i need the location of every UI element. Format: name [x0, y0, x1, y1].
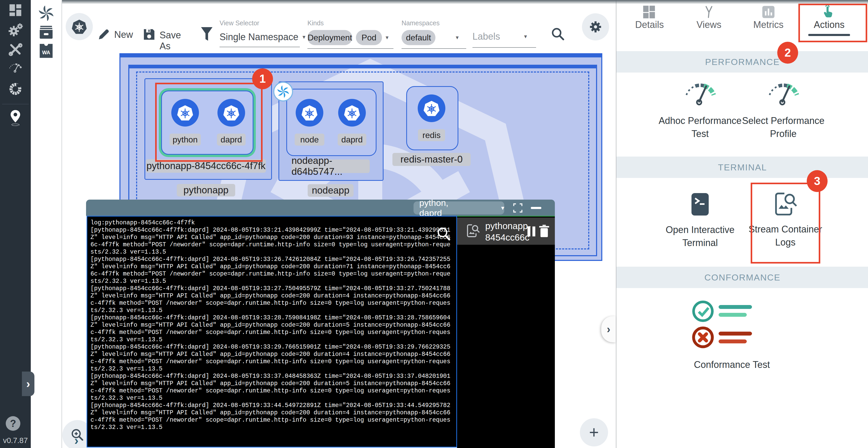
conformance-test-action[interactable]: Conformance Test	[691, 299, 775, 371]
deployment-label-nodeapp: nodeapp	[308, 184, 353, 197]
help-button[interactable]: ?	[6, 416, 20, 431]
new-button-label: New	[114, 29, 133, 40]
stream-item-name-line2: 8454cc66c	[485, 232, 529, 243]
container-logs-icon	[465, 223, 480, 238]
log-line: [pythonapp-8454cc66c-4f7fk:daprd] 2024-0…	[91, 285, 454, 314]
annotation-badge-3: 3	[807, 170, 828, 192]
terminal-section-header: TERMINAL	[616, 156, 868, 178]
namespaces-filter-control[interactable]: Namespaces default ▾	[402, 19, 466, 49]
kinds-filter-control[interactable]: Kinds Deployment Pod ▾	[307, 19, 394, 49]
chevron-down-icon: ▾	[524, 33, 527, 40]
gauge-icon	[757, 76, 828, 108]
adhoc-performance-test-action[interactable]: Adhoc Performance Test	[674, 76, 744, 140]
container-daprd2-k8s-icon[interactable]	[338, 99, 366, 126]
annotation-badge-2: 2	[777, 42, 798, 64]
container-label-daprd2: daprd	[338, 133, 366, 146]
location-pin-icon[interactable]	[5, 108, 26, 128]
save-as-label: Save As	[160, 30, 181, 52]
search-icon[interactable]	[550, 26, 566, 43]
extbar-collapse-button[interactable]: ›	[67, 431, 86, 448]
archive-inbox-icon[interactable]	[36, 24, 56, 40]
namespace-boundary-bar	[129, 66, 596, 68]
tab-metrics[interactable]: Metrics	[753, 5, 784, 30]
gauge-icon	[674, 76, 744, 108]
namespaces-underline	[402, 48, 466, 49]
container-label-redis: redis	[418, 129, 445, 141]
tab-views[interactable]: Views	[693, 5, 724, 30]
floppy-save-icon	[143, 28, 155, 41]
view-selector-label: View Selector	[220, 19, 305, 27]
namespaces-label: Namespaces	[402, 19, 466, 27]
sidebar-expand-button[interactable]: ›	[22, 371, 34, 396]
annotation-badge-1: 1	[252, 68, 273, 89]
kinds-label: Kinds	[307, 19, 394, 27]
stream-list-item[interactable]: pythonapp- 8454cc66c	[457, 218, 555, 245]
select-performance-profile-action[interactable]: Select Performance Profile	[757, 76, 828, 140]
dapr-sidecar-icon[interactable]	[273, 82, 293, 101]
log-line: [pythonapp-8454cc66c-4f7fk:daprd] 2024-0…	[91, 314, 454, 344]
log-line: [pythonapp-8454cc66c-4f7fk:daprd] 2024-0…	[91, 402, 454, 431]
view-selector-underline	[220, 47, 300, 47]
svg-text:WA: WA	[42, 50, 50, 55]
conformance-section-header: CONFORMANCE	[616, 267, 868, 288]
kind-chip-pod[interactable]: Pod	[356, 30, 382, 45]
pod-label-nodeapp: nodeapp-d64b5747...	[291, 159, 370, 173]
log-output-pane[interactable]: log:pythonapp-8454cc66c-4f7fk [pythonapp…	[87, 216, 457, 447]
tab-details[interactable]: Details	[634, 5, 665, 30]
pinwheel-extension-icon[interactable]	[36, 5, 56, 22]
open-interactive-terminal-action[interactable]: Open Interactive Terminal	[682, 192, 744, 249]
annotation-box-1	[155, 83, 262, 162]
tab-details-label: Details	[634, 19, 665, 30]
container-selector-dropdown[interactable]: python, daprd ▾	[413, 202, 504, 214]
filter-funnel-icon[interactable]	[200, 26, 213, 42]
chevron-right-icon: ›	[26, 377, 30, 390]
chevron-right-icon: ›	[607, 323, 610, 335]
log-line: log:pythonapp-8454cc66c-4f7fk	[91, 219, 454, 227]
chevron-down-icon: ▾	[303, 34, 305, 40]
open-interactive-terminal-label: Open Interactive Terminal	[656, 223, 744, 249]
view-selector-control[interactable]: View Selector Single Namespace ▾	[220, 19, 305, 47]
delete-stream-icon[interactable]	[538, 225, 551, 238]
app-window: ? v0.7.87 › WA › New Save As	[0, 0, 868, 448]
pause-stream-icon[interactable]	[527, 226, 536, 237]
minimize-icon[interactable]	[531, 207, 541, 209]
deployment-label-pythonapp: pythonapp	[177, 184, 235, 197]
dashboard-icon[interactable]	[5, 0, 26, 20]
pencil-icon	[97, 28, 111, 41]
container-label-node: node	[294, 133, 324, 146]
terminal-header[interactable]: python, daprd ▾	[86, 200, 555, 216]
mesh-lifecycle-icon[interactable]	[5, 79, 26, 99]
tools-icon[interactable]	[5, 39, 26, 59]
container-selector-value: python, daprd	[419, 198, 454, 218]
add-node-button[interactable]: +	[580, 418, 608, 446]
fullscreen-icon[interactable]	[513, 203, 523, 213]
wasm-extension-icon[interactable]: WA	[36, 42, 56, 59]
kubernetes-scope-button[interactable]	[66, 13, 93, 40]
help-glyph: ?	[10, 418, 16, 429]
details-side-panel: Details Views Metrics Actions PERFORMANC…	[616, 0, 868, 448]
kind-chip-deployment[interactable]: Deployment	[307, 30, 352, 45]
namespace-chip-default[interactable]: default	[402, 30, 435, 45]
tab-views-label: Views	[693, 19, 724, 30]
adhoc-performance-test-label: Adhoc Performance Test	[656, 114, 744, 140]
stream-item-name-line1: pythonapp-	[485, 221, 531, 231]
conformance-test-label: Conformance Test	[689, 358, 775, 371]
kinds-underline	[307, 48, 394, 49]
container-node-k8s-icon[interactable]	[296, 99, 323, 126]
container-redis-k8s-icon[interactable]	[418, 94, 445, 122]
stream-list-pane: pythonapp- 8454cc66c	[457, 216, 555, 448]
canvas-settings-button[interactable]	[582, 13, 609, 40]
extensions-bar: WA ›	[31, 0, 62, 448]
views-branch-icon	[693, 5, 724, 19]
labels-filter-control[interactable]: Labels ▾	[472, 19, 536, 48]
metrics-chart-icon	[753, 5, 784, 19]
settings-gears-icon[interactable]	[5, 19, 26, 40]
panel-collapse-button[interactable]: ›	[601, 316, 616, 342]
terminal-icon	[682, 192, 718, 216]
annotation-box-2	[798, 4, 867, 42]
log-terminal-panel: python, daprd ▾ log:pythonapp-8454cc66c-…	[86, 200, 555, 448]
magnifier-cursor-icon	[436, 226, 452, 242]
performance-gauge-icon[interactable]	[5, 57, 26, 77]
details-grid-icon	[634, 5, 665, 19]
log-line: [pythonapp-8454cc66c-4f7fk:daprd] 2024-0…	[91, 227, 454, 256]
